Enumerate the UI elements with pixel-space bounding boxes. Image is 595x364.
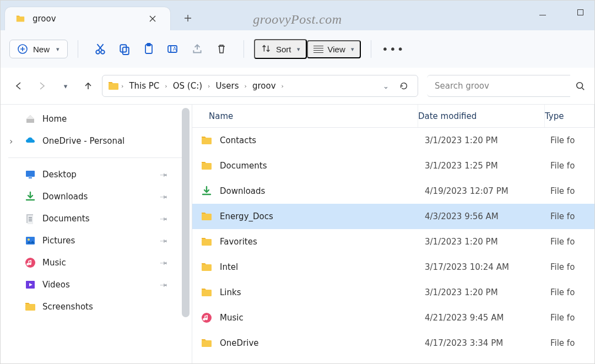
file-row[interactable]: Energy_Docs 4/3/2023 9:56 AM File fo	[192, 204, 594, 229]
file-row[interactable]: Favorites 3/1/2023 1:20 PM File fo	[192, 229, 594, 254]
folder-icon	[15, 14, 26, 23]
sidebar-item-label: Desktop	[42, 170, 77, 180]
trash-icon	[215, 43, 228, 55]
column-type[interactable]: Type	[545, 105, 594, 127]
delete-button[interactable]	[209, 39, 234, 59]
tab-close-button[interactable]	[145, 11, 160, 26]
new-button-label: New	[33, 45, 50, 54]
folder-icon	[200, 134, 213, 147]
rename-button[interactable]	[161, 39, 185, 59]
sidebar-item-onedrive-personal[interactable]: OneDrive - Personal	[1, 130, 192, 152]
breadcrumb-item[interactable]: This PC	[126, 79, 163, 93]
downloads-icon	[200, 184, 213, 198]
scissors-icon	[94, 43, 106, 55]
main: Home OneDrive - Personal Desktop 📌︎ Down…	[1, 105, 594, 364]
file-row[interactable]: Documents 3/1/2023 1:25 PM File fo	[192, 153, 594, 178]
pin-icon: 📌︎	[158, 235, 169, 246]
file-row[interactable]: Intel 3/17/2023 10:24 AM File fo	[192, 254, 594, 280]
paste-icon	[143, 43, 155, 55]
file-row[interactable]: Contacts 3/1/2023 1:20 PM File fo	[192, 128, 594, 153]
file-date: 3/1/2023 1:25 PM	[425, 161, 550, 171]
breadcrumb-item[interactable]: groov	[249, 79, 279, 93]
minimize-button[interactable]	[533, 8, 553, 17]
file-row[interactable]: OneDrive 4/17/2023 3:34 PM File fo	[192, 330, 594, 356]
sort-button[interactable]: Sort ▾	[254, 39, 307, 59]
back-button[interactable]	[9, 77, 28, 95]
column-name[interactable]: ˄ Name	[192, 105, 418, 127]
sidebar-scrollbar[interactable]	[182, 108, 190, 317]
onedrive-icon	[25, 135, 36, 146]
copy-icon	[118, 43, 131, 55]
address-bar[interactable]: › This PC › OS (C:) › Users › groov › ⌄	[102, 75, 418, 97]
arrow-up-icon	[83, 81, 93, 91]
new-plus-icon	[18, 44, 28, 54]
close-icon	[149, 15, 156, 22]
sidebar-item-music[interactable]: Music 📌︎	[1, 252, 192, 274]
sidebar-item-label: Pictures	[42, 236, 75, 246]
file-type: File fo	[550, 338, 594, 348]
file-type: File fo	[550, 186, 594, 196]
pin-icon: 📌︎	[158, 213, 169, 224]
more-button[interactable]: •••	[381, 39, 405, 59]
window-tab[interactable]: groov	[5, 7, 170, 30]
search-button[interactable]	[575, 81, 586, 91]
sidebar-item-pictures[interactable]: Pictures 📌︎	[1, 230, 192, 252]
maximize-button[interactable]	[570, 8, 590, 17]
sidebar-item-downloads[interactable]: Downloads 📌︎	[1, 186, 192, 208]
plus-icon	[184, 14, 192, 22]
divider	[371, 40, 371, 58]
refresh-button[interactable]	[399, 81, 409, 91]
sidebar-item-documents[interactable]: Documents 📌︎	[1, 208, 192, 230]
search-placeholder: Search groov	[435, 81, 489, 91]
breadcrumb-item[interactable]: Users	[213, 79, 242, 93]
pin-icon: 📌︎	[158, 279, 169, 290]
chevron-down-icon: ▾	[56, 46, 60, 53]
search-box[interactable]: Search groov	[427, 75, 570, 97]
divider	[8, 157, 184, 158]
file-type: File fo	[550, 211, 594, 221]
up-button[interactable]	[79, 77, 98, 95]
paste-button[interactable]	[137, 39, 161, 59]
breadcrumb-item[interactable]: OS (C:)	[170, 79, 205, 93]
file-row[interactable]: Music 4/21/2023 9:45 AM File fo	[192, 305, 594, 330]
copy-button[interactable]	[112, 39, 137, 59]
divider	[78, 40, 78, 58]
file-date: 4/21/2023 9:45 AM	[425, 313, 550, 323]
sidebar-item-home[interactable]: Home	[1, 108, 192, 130]
share-icon	[191, 43, 203, 55]
sidebar-item-videos[interactable]: Videos 📌︎	[1, 274, 192, 296]
file-row[interactable]: Links 3/1/2023 1:20 PM File fo	[192, 280, 594, 305]
title-bar: groov groovyPost.com	[1, 1, 594, 30]
sidebar-item-screenshots[interactable]: Screenshots	[1, 296, 192, 318]
downloads-icon	[25, 191, 36, 202]
tab-title: groov	[33, 14, 56, 24]
toolbar: New ▾ Sort ▾ View ▾ •••	[1, 30, 594, 68]
folder-icon	[200, 210, 213, 223]
chevron-down-icon: ▾	[64, 82, 68, 90]
recent-button[interactable]: ▾	[56, 77, 74, 95]
maximize-icon	[577, 9, 583, 15]
rename-icon	[167, 43, 179, 55]
watermark: groovyPost.com	[253, 12, 342, 27]
view-label: View	[328, 45, 345, 54]
sidebar-item-label: Music	[42, 258, 66, 268]
view-button[interactable]: View ▾	[307, 40, 361, 58]
new-button[interactable]: New ▾	[9, 40, 68, 58]
column-date[interactable]: Date modified	[418, 105, 545, 127]
share-button[interactable]	[185, 39, 209, 59]
breadcrumb-sep: ›	[164, 83, 168, 90]
sidebar-item-label: Documents	[42, 214, 90, 224]
file-row[interactable]: Downloads 4/19/2023 12:07 PM File fo	[192, 178, 594, 204]
view-lines-icon	[313, 46, 323, 53]
chevron-down-icon[interactable]: ⌄	[383, 82, 389, 90]
forward-button[interactable]	[33, 77, 51, 95]
new-tab-button[interactable]	[176, 6, 200, 30]
sort-label: Sort	[276, 45, 291, 54]
file-name: Energy_Docs	[220, 211, 425, 221]
cut-button[interactable]	[88, 39, 112, 59]
folder-icon	[200, 286, 213, 299]
sidebar-item-desktop[interactable]: Desktop 📌︎	[1, 164, 192, 186]
folder-icon	[200, 159, 213, 172]
music-icon	[25, 257, 36, 268]
minimize-icon	[539, 15, 546, 15]
